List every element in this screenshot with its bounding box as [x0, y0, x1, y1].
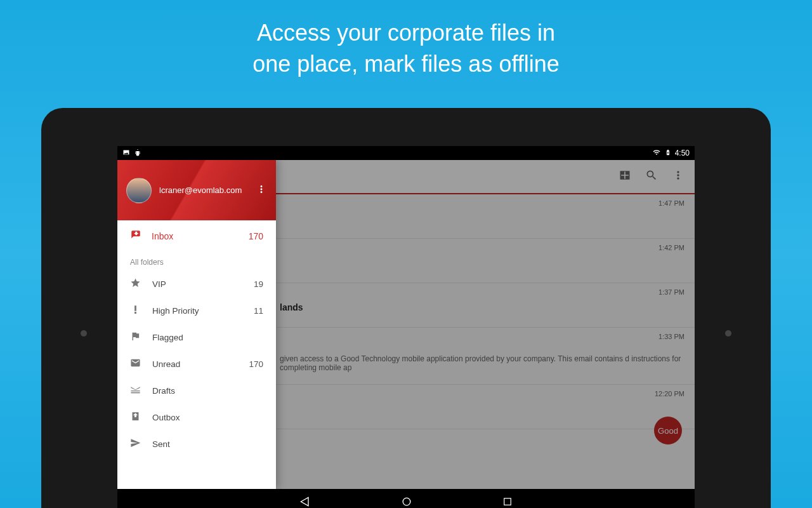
sidebar-item-label: VIP: [152, 279, 166, 289]
avatar[interactable]: [126, 178, 152, 203]
star-icon: [130, 277, 141, 290]
headline-line-2: one place, mark files as offline: [0, 49, 812, 80]
mail-icon: [130, 358, 141, 370]
sidebar-item-unread[interactable]: Unread 170: [117, 351, 276, 377]
sidebar-item-label: Sent: [152, 439, 170, 449]
battery-charging-icon: [665, 148, 671, 159]
svg-point-0: [403, 498, 410, 505]
inbox-count: 170: [249, 231, 263, 241]
sidebar-item-sent[interactable]: Sent: [117, 431, 276, 457]
android-statusbar: 4:50: [117, 146, 695, 160]
front-camera-dot: [81, 330, 87, 337]
folder-count: 11: [254, 306, 263, 316]
sidebar-item-high-priority[interactable]: High Priority 11: [117, 297, 276, 324]
outbox-icon: [130, 411, 141, 424]
sidebar-item-inbox[interactable]: Inbox 170: [117, 220, 276, 251]
sidebar-item-label: High Priority: [152, 306, 199, 316]
bug-icon: [134, 149, 141, 158]
headline-line-1: Access your corporate files in: [0, 18, 812, 49]
sent-icon: [130, 438, 141, 450]
account-email: lcraner@evomlab.com: [159, 185, 242, 195]
nav-recent-icon[interactable]: [502, 496, 513, 508]
sidebar-item-drafts[interactable]: Drafts: [117, 377, 276, 404]
sidebar-item-label: Drafts: [152, 386, 175, 396]
nav-back-icon[interactable]: [299, 495, 311, 508]
tablet-frame: 4:50 1:47 PM: [41, 108, 771, 508]
sidebar-item-flagged[interactable]: Flagged: [117, 324, 276, 351]
front-camera-dot-right: [725, 330, 731, 337]
android-navbar: [117, 489, 695, 508]
folder-count: 19: [254, 279, 263, 289]
sidebar-item-label: Unread: [152, 359, 180, 369]
drawer-header[interactable]: lcraner@evomlab.com: [117, 160, 276, 220]
flag-icon: [130, 331, 141, 344]
inbox-icon: [130, 229, 141, 243]
priority-icon: [130, 304, 141, 317]
svg-rect-1: [504, 498, 511, 505]
navigation-drawer: lcraner@evomlab.com Inbox 170 All folder…: [117, 160, 276, 489]
sidebar-item-label: Inbox: [152, 231, 173, 241]
folder-count: 170: [249, 359, 263, 369]
drafts-icon: [130, 384, 141, 397]
overflow-menu-icon[interactable]: [256, 184, 267, 197]
marketing-headline: Access your corporate files in one place…: [0, 0, 812, 79]
nav-home-icon[interactable]: [400, 495, 413, 508]
sidebar-item-outbox[interactable]: Outbox: [117, 404, 276, 431]
drawer-section-label: All folders: [117, 251, 276, 271]
wifi-icon: [652, 149, 661, 158]
status-time: 4:50: [675, 149, 690, 157]
image-notification-icon: [122, 149, 130, 158]
sidebar-item-label: Flagged: [152, 333, 183, 342]
sidebar-item-vip[interactable]: VIP 19: [117, 271, 276, 297]
sidebar-item-label: Outbox: [152, 413, 180, 422]
tablet-screen: 4:50 1:47 PM: [117, 146, 695, 489]
